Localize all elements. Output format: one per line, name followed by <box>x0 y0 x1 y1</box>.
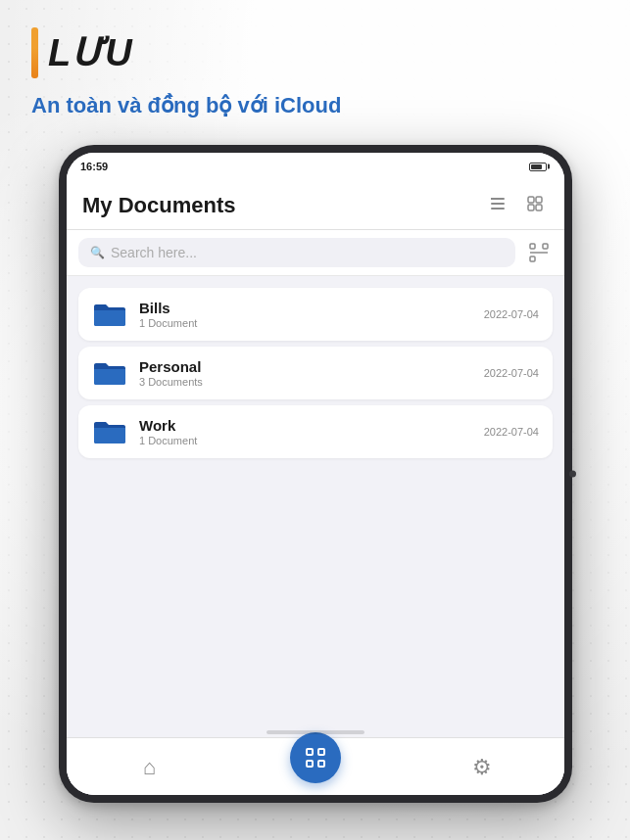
folder-bills-icon <box>92 301 127 328</box>
home-indicator <box>267 730 364 734</box>
gear-icon: ⚙ <box>472 755 492 780</box>
scan-button[interactable] <box>525 239 553 266</box>
svg-rect-6 <box>528 205 534 210</box>
scan-square-icon <box>304 746 327 770</box>
folder-work-icon <box>92 418 127 445</box>
file-list: Bills 1 Document 2022-07-04 <box>67 276 564 737</box>
search-placeholder: Search here... <box>111 245 197 260</box>
nav-actions <box>484 192 549 219</box>
home-icon: ⌂ <box>143 755 156 780</box>
folder-work-count: 1 Document <box>139 435 197 446</box>
status-icons <box>529 163 547 171</box>
svg-rect-9 <box>543 244 548 249</box>
folder-personal-name: Personal <box>139 358 203 375</box>
svg-rect-14 <box>307 761 313 767</box>
svg-rect-1 <box>491 203 505 205</box>
svg-rect-12 <box>307 749 313 755</box>
grid-icon <box>525 194 545 217</box>
tagline: An toàn và đồng bộ với iCloud <box>31 93 341 118</box>
folder-bills[interactable]: Bills 1 Document 2022-07-04 <box>78 288 553 341</box>
folder-work-info: Work 1 Document <box>139 417 197 446</box>
folder-personal[interactable]: Personal 3 Documents 2022-07-04 <box>78 347 553 399</box>
folder-personal-info: Personal 3 Documents <box>139 358 203 388</box>
folder-personal-left: Personal 3 Documents <box>92 358 203 388</box>
folder-work-date: 2022-07-04 <box>484 426 539 438</box>
svg-rect-10 <box>530 257 535 261</box>
folder-work[interactable]: Work 1 Document 2022-07-04 <box>78 405 553 458</box>
status-time: 16:59 <box>80 161 108 172</box>
settings-tab-button[interactable]: ⚙ <box>458 746 507 789</box>
folder-bills-date: 2022-07-04 <box>484 308 539 320</box>
search-bar[interactable]: 🔍 Search here... <box>78 238 515 267</box>
svg-rect-15 <box>318 761 324 767</box>
home-tab-button[interactable]: ⌂ <box>124 746 173 789</box>
folder-work-name: Work <box>139 417 197 434</box>
brand-header: LƯU <box>31 27 133 78</box>
svg-rect-13 <box>318 749 324 755</box>
folder-personal-count: 3 Documents <box>139 376 203 388</box>
svg-rect-3 <box>491 198 494 200</box>
folder-bills-count: 1 Document <box>139 317 197 329</box>
svg-rect-5 <box>536 197 542 203</box>
list-view-button[interactable] <box>484 192 511 219</box>
search-icon: 🔍 <box>90 246 105 259</box>
ipad-screen: 16:59 My Documents <box>67 153 564 795</box>
svg-rect-8 <box>530 244 535 249</box>
battery-icon <box>529 163 547 171</box>
folder-bills-info: Bills 1 Document <box>139 300 197 329</box>
ipad-device: 16:59 My Documents <box>59 145 572 803</box>
search-container: 🔍 Search here... <box>67 230 564 276</box>
svg-rect-4 <box>528 197 534 203</box>
grid-view-button[interactable] <box>521 192 549 219</box>
logo-text: LƯU <box>48 31 133 74</box>
folder-bills-name: Bills <box>139 300 197 316</box>
bottom-bar: ⌂ ⚙ <box>67 737 564 795</box>
nav-header: My Documents <box>67 180 564 230</box>
folder-bills-left: Bills 1 Document <box>92 300 197 329</box>
status-bar: 16:59 <box>67 153 564 180</box>
logo-bar <box>31 27 38 78</box>
svg-rect-2 <box>491 208 505 210</box>
scan-circle-button[interactable] <box>290 732 341 783</box>
svg-rect-7 <box>536 205 542 210</box>
app-content: My Documents <box>67 180 564 795</box>
ipad-camera <box>569 471 576 478</box>
list-icon <box>488 194 508 218</box>
folder-personal-icon <box>92 359 127 387</box>
nav-title: My Documents <box>82 193 235 218</box>
folder-work-left: Work 1 Document <box>92 417 197 446</box>
folder-personal-date: 2022-07-04 <box>484 367 539 379</box>
